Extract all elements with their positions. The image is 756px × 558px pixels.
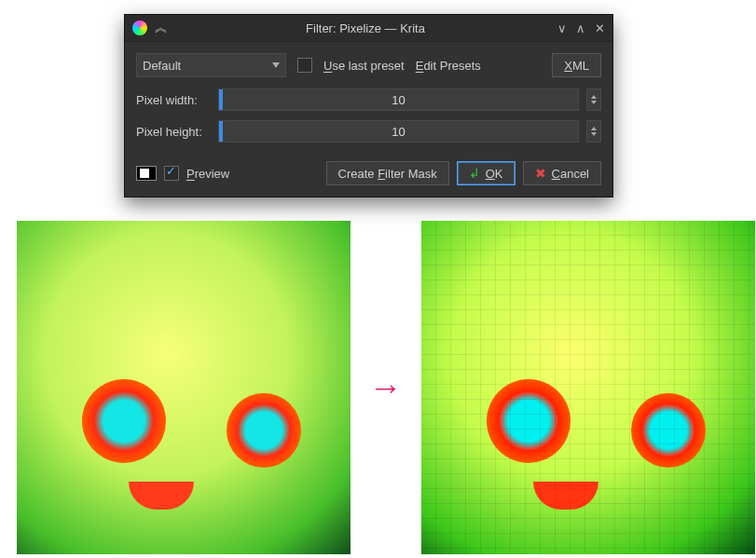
dialog-footer: Preview Create Filter Mask ↲ OK ✖ Cancel — [136, 161, 601, 185]
create-filter-mask-button[interactable]: Create Filter Mask — [326, 161, 449, 185]
use-last-preset-checkbox[interactable] — [297, 58, 312, 73]
ok-button[interactable]: ↲ OK — [457, 161, 515, 185]
filter-dialog: ︽ Filter: Pixelize — Krita ∨ ∧ ✕ Default… — [124, 14, 613, 197]
illustration-eye — [82, 379, 166, 463]
pixel-width-spin[interactable] — [586, 88, 601, 111]
maximize-button[interactable]: ∧ — [576, 21, 585, 35]
minimize-button[interactable]: ∨ — [557, 21, 567, 35]
xml-button[interactable]: XML — [552, 53, 601, 77]
pixel-grid-overlay — [421, 221, 755, 554]
edit-presets-button[interactable]: Edit Presets — [416, 59, 481, 73]
pixel-width-value: 10 — [392, 93, 405, 107]
spin-up-icon — [591, 95, 597, 99]
slider-fill — [219, 89, 223, 110]
preview-checkbox[interactable] — [164, 166, 179, 181]
collapse-chevron-icon[interactable]: ︽ — [155, 20, 168, 36]
preset-row: Default Use last preset Edit Presets XML — [136, 53, 601, 77]
preview-label[interactable]: Preview — [186, 167, 229, 181]
preview-toggle-icon[interactable] — [136, 166, 157, 181]
pixel-height-slider[interactable]: 10 — [218, 120, 579, 143]
cancel-button[interactable]: ✖ Cancel — [523, 161, 601, 185]
pixel-height-spin[interactable] — [586, 120, 601, 143]
preset-combo-value: Default — [143, 59, 181, 73]
ok-arrow-icon: ↲ — [469, 166, 480, 181]
spin-up-icon — [591, 127, 597, 130]
window-title: Filter: Pixelize — Krita — [173, 21, 557, 35]
cancel-x-icon: ✖ — [535, 166, 546, 181]
preset-combo[interactable]: Default — [136, 53, 286, 77]
titlebar: ︽ Filter: Pixelize — Krita ∨ ∧ ✕ — [125, 15, 612, 42]
illustration-mouth — [129, 482, 194, 510]
pixel-width-row: Pixel width: 10 — [136, 88, 601, 111]
dialog-body: Default Use last preset Edit Presets XML… — [125, 42, 612, 197]
spin-down-icon — [591, 101, 597, 104]
original-image — [17, 221, 351, 554]
illustration-eye — [227, 393, 301, 468]
pixel-height-row: Pixel height: 10 — [136, 120, 601, 143]
spin-down-icon — [591, 132, 597, 136]
arrow-icon: → — [369, 368, 403, 407]
pixel-height-value: 10 — [392, 125, 405, 139]
close-button[interactable]: ✕ — [595, 21, 605, 35]
app-icon — [132, 20, 147, 35]
pixel-height-label: Pixel height: — [136, 125, 211, 139]
pixelized-image — [421, 221, 755, 554]
pixel-width-label: Pixel width: — [136, 93, 211, 107]
pixel-width-slider[interactable]: 10 — [218, 88, 579, 111]
window-buttons: ∨ ∧ ✕ — [557, 21, 605, 35]
dropdown-chevron-icon — [272, 62, 280, 68]
use-last-preset-label[interactable]: Use last preset — [323, 59, 405, 73]
slider-fill — [219, 121, 223, 142]
comparison-row: → — [17, 221, 755, 554]
